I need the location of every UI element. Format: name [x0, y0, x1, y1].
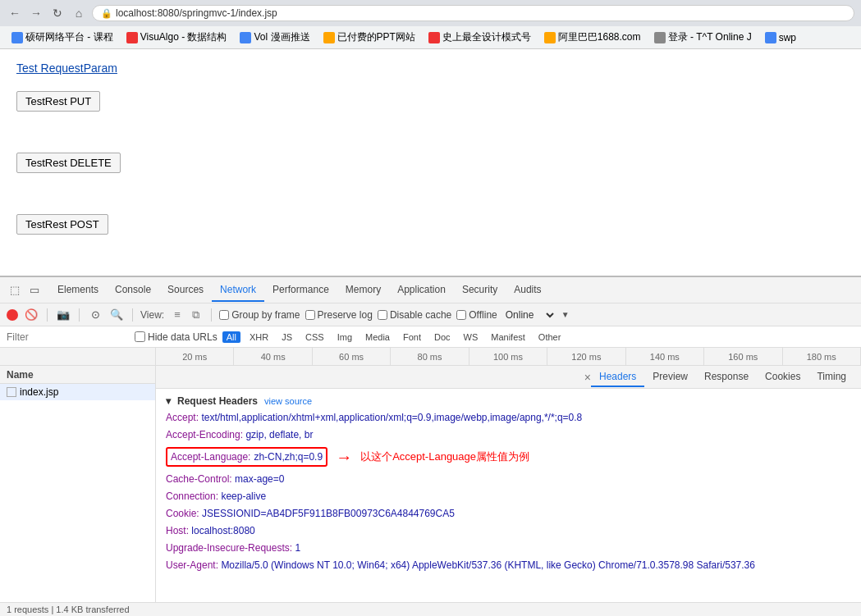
- bookmarks-bar: 硕研网络平台 - 课程VisuAlgo - 数据结构Vol 漫画推送已付费的PP…: [0, 26, 861, 48]
- page-link[interactable]: Test RequestParam: [16, 62, 845, 75]
- forward-button[interactable]: →: [28, 5, 44, 21]
- bookmark-item[interactable]: 阿里巴巴1688.com: [539, 29, 646, 46]
- testrest-post-button[interactable]: TestRest POST: [16, 214, 108, 235]
- lock-icon: 🔒: [101, 8, 112, 19]
- browser-nav: ← → ↻ ⌂ 🔒 localhost:8080/springmvc-1/ind…: [0, 0, 861, 26]
- back-button[interactable]: ←: [7, 5, 23, 21]
- address-bar[interactable]: 🔒 localhost:8080/springmvc-1/index.jsp: [92, 5, 854, 21]
- bookmark-item[interactable]: 登录 - T^T Online J: [649, 29, 757, 46]
- url-text: localhost:8080/springmvc-1/index.jsp: [116, 7, 277, 19]
- bookmark-item[interactable]: swp: [760, 30, 801, 45]
- reload-button[interactable]: ↻: [49, 5, 66, 21]
- bookmark-item[interactable]: Vol 漫画推送: [235, 29, 314, 46]
- testrest-delete-button[interactable]: TestRest DELETE: [16, 153, 121, 173]
- home-button[interactable]: ⌂: [71, 5, 87, 21]
- bookmark-item[interactable]: 已付费的PPT网站: [318, 29, 420, 46]
- bookmark-item[interactable]: VisuAlgo - 数据结构: [121, 29, 232, 46]
- browser-chrome: ← → ↻ ⌂ 🔒 localhost:8080/springmvc-1/ind…: [0, 0, 861, 49]
- bookmark-item[interactable]: 史上最全设计模式号: [424, 29, 536, 46]
- testrest-put-button[interactable]: TestRest PUT: [16, 91, 100, 112]
- bookmark-item[interactable]: 硕研网络平台 - 课程: [7, 29, 118, 46]
- page-content: Test RequestParam TestRest PUT TestRest …: [0, 49, 861, 271]
